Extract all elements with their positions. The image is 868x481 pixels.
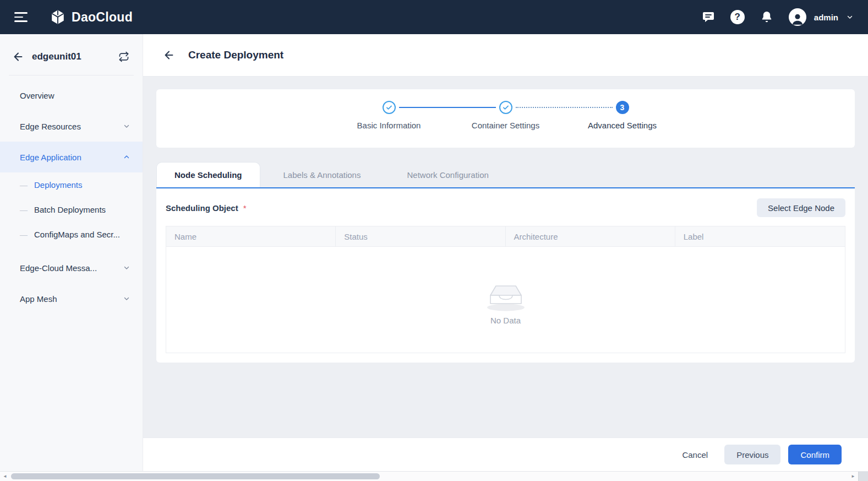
tabs: Node Scheduling Labels & Annotations Net…	[156, 162, 855, 188]
step-number-badge: 3	[616, 101, 629, 114]
dash-icon: —	[20, 230, 28, 239]
sidebar: edgeunit01 Overview Edge Resources	[0, 34, 143, 471]
scroll-left-arrow-icon[interactable]: ◄	[0, 472, 10, 481]
scheduling-object-row: Scheduling Object * Select Edge Node	[166, 198, 845, 217]
step-label: Advanced Settings	[588, 121, 657, 130]
sidebar-item-batch-deployments[interactable]: — Batch Deployments	[0, 197, 143, 222]
sidebar-item-edge-application[interactable]: Edge Application	[0, 142, 143, 172]
switch-cluster-icon[interactable]	[118, 51, 129, 62]
step-done-check-icon	[499, 101, 512, 114]
user-menu-chevron-down-icon[interactable]	[846, 13, 854, 21]
step-label: Basic Information	[357, 121, 421, 130]
column-header-status: Status	[336, 226, 505, 246]
topbar: DaoCloud ? admi	[0, 0, 868, 34]
sidebar-item-overview[interactable]: Overview	[0, 80, 143, 111]
column-header-label: Label	[675, 226, 845, 246]
sidebar-nav: Overview Edge Resources Edge Application…	[0, 75, 143, 314]
cluster-title: edgeunit01	[32, 51, 111, 62]
horizontal-scrollbar-thumb[interactable]	[11, 473, 380, 479]
main: Create Deployment Basic Information	[143, 34, 868, 471]
chevron-down-icon	[123, 295, 130, 302]
sidebar-header: edgeunit01	[0, 34, 143, 75]
menu-toggle-icon[interactable]	[14, 12, 29, 22]
help-icon[interactable]: ?	[730, 10, 745, 24]
select-edge-node-button[interactable]: Select Edge Node	[757, 198, 845, 217]
messages-icon[interactable]	[701, 9, 716, 25]
step-advanced-settings: 3 Advanced Settings	[616, 101, 629, 136]
user-avatar[interactable]	[789, 8, 806, 26]
column-header-name: Name	[166, 226, 336, 246]
previous-button[interactable]: Previous	[724, 445, 780, 464]
sidebar-item-deployments[interactable]: — Deployments	[0, 172, 143, 197]
confirm-button[interactable]: Confirm	[788, 445, 842, 464]
step-connector-pending	[516, 107, 613, 108]
column-header-architecture: Architecture	[506, 226, 675, 246]
scroll-right-arrow-icon[interactable]: ►	[848, 472, 858, 481]
stepper: Basic Information Container Settings 3	[383, 100, 629, 137]
app: DaoCloud ? admi	[0, 0, 868, 481]
sidebar-item-edge-resources[interactable]: Edge Resources	[0, 111, 143, 142]
scheduling-object-label: Scheduling Object	[166, 203, 238, 213]
sidebar-item-edge-cloud-message[interactable]: Edge-Cloud Messa...	[0, 252, 143, 283]
chevron-down-icon	[123, 264, 130, 272]
dash-icon: —	[20, 206, 28, 214]
username-label: admin	[814, 13, 838, 22]
main-content: Basic Information Container Settings 3	[143, 76, 868, 438]
node-scheduling-panel: Scheduling Object * Select Edge Node Nam…	[156, 188, 855, 363]
wizard-footer: Cancel Previous Confirm	[143, 438, 868, 471]
page-header: Create Deployment	[143, 34, 868, 76]
horizontal-scrollbar[interactable]: ◄ ►	[0, 471, 868, 481]
chevron-up-icon	[123, 153, 130, 161]
step-basic-information: Basic Information	[383, 101, 396, 136]
scrollbar-corner	[858, 472, 868, 481]
sidebar-item-configmaps-secrets[interactable]: — ConfigMaps and Secr...	[0, 222, 143, 247]
notifications-bell-icon[interactable]	[759, 9, 774, 25]
step-label: Container Settings	[472, 121, 539, 130]
table-header-row: Name Status Architecture Label	[166, 226, 845, 247]
empty-inbox-icon	[479, 275, 532, 312]
tab-network-configuration[interactable]: Network Configuration	[384, 162, 511, 187]
step-container-settings: Container Settings	[499, 101, 512, 136]
step-done-check-icon	[383, 101, 396, 114]
sidebar-back-icon[interactable]	[12, 51, 24, 63]
brand[interactable]: DaoCloud	[50, 9, 133, 25]
topbar-actions: ? admin	[701, 8, 854, 26]
table-empty-state: No Data	[166, 247, 845, 353]
edge-node-table: Name Status Architecture Label	[166, 226, 845, 353]
brand-name: DaoCloud	[72, 10, 133, 25]
chevron-down-icon	[123, 122, 130, 130]
page-back-icon[interactable]	[163, 49, 175, 61]
tab-labels-annotations[interactable]: Labels & Annotations	[260, 162, 384, 187]
no-data-text: No Data	[490, 316, 521, 325]
step-connector-done	[399, 107, 496, 108]
required-asterisk: *	[243, 203, 247, 213]
dash-icon: —	[20, 181, 28, 190]
cancel-button[interactable]: Cancel	[682, 450, 708, 460]
sidebar-item-app-mesh[interactable]: App Mesh	[0, 283, 143, 314]
tab-node-scheduling[interactable]: Node Scheduling	[156, 162, 260, 187]
daocloud-logo-icon	[50, 9, 66, 25]
page-title: Create Deployment	[188, 49, 283, 61]
stepper-card: Basic Information Container Settings 3	[156, 89, 855, 148]
